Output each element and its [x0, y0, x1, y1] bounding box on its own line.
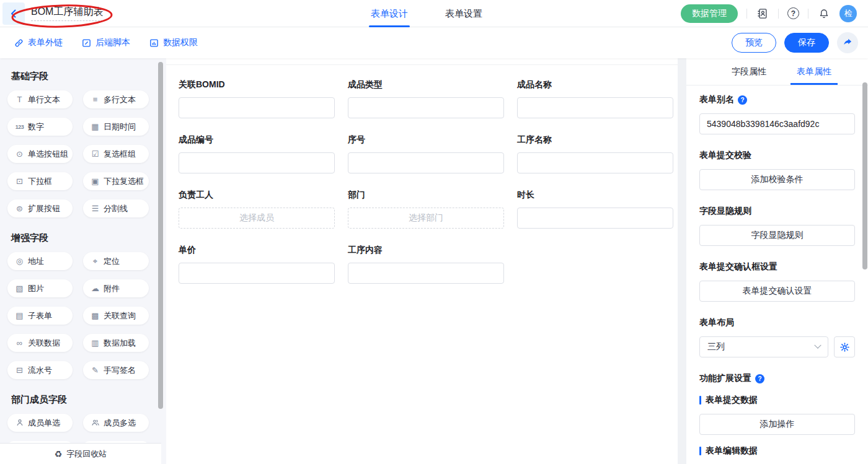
- canvas-field-unit-price[interactable]: 单价: [179, 245, 335, 284]
- canvas-field-product-code[interactable]: 成品编号: [179, 134, 335, 173]
- header-right: 数据管理 ? 检: [681, 4, 868, 23]
- address-pin-icon: ◎: [14, 256, 25, 266]
- field-item-relation-query[interactable]: ▩关联查询: [83, 307, 149, 325]
- share-button[interactable]: [837, 32, 858, 53]
- bell-icon[interactable]: [817, 7, 831, 20]
- field-item-data-load[interactable]: ▥数据加载: [83, 334, 149, 352]
- field-item-relation-data[interactable]: ∞关联数据: [7, 334, 73, 352]
- relation-data-icon: ∞: [14, 338, 25, 348]
- canvas-field-process-name[interactable]: 工序名称: [517, 134, 673, 173]
- sidebar-scrollbar[interactable]: [158, 62, 163, 409]
- header-tabs: 表单设计 表单设置: [371, 0, 482, 27]
- department-picker[interactable]: 选择部门: [348, 208, 504, 229]
- field-item-checkbox-group[interactable]: ☑复选框组: [83, 145, 149, 163]
- field-item-radio-group[interactable]: ⊙单选按钮组: [7, 145, 73, 163]
- panel-tabs: 字段属性 表单属性: [686, 58, 868, 85]
- field-item-serial-number[interactable]: ⊟流水号: [7, 361, 73, 379]
- field-item-subform[interactable]: ▤子表单: [7, 307, 73, 325]
- person-icon: [14, 418, 25, 427]
- section-basic-fields: 基础字段: [11, 71, 166, 82]
- help-badge-icon[interactable]: ?: [755, 374, 764, 383]
- canvas-field-bomid[interactable]: 关联BOMID: [179, 79, 335, 118]
- field-visibility-section: 字段显隐规则 字段显隐规则: [699, 206, 855, 246]
- layout-select[interactable]: 三列: [699, 336, 828, 357]
- text-input[interactable]: [348, 152, 504, 173]
- extend-button-icon: ⊜: [14, 204, 25, 213]
- canvas-field-process-content[interactable]: 工序内容: [348, 245, 504, 284]
- recycle-label: 字段回收站: [66, 449, 107, 460]
- add-validation-button[interactable]: 添加校验条件: [699, 169, 855, 190]
- layout-settings-button[interactable]: [834, 336, 855, 357]
- divider: [778, 9, 779, 19]
- add-submit-action-button[interactable]: 添加操作: [699, 414, 855, 435]
- member-picker[interactable]: 选择成员: [179, 208, 335, 229]
- canvas-field-department[interactable]: 部门 选择部门: [348, 190, 504, 229]
- field-item-address[interactable]: ◎地址: [7, 252, 73, 270]
- field-item-multi-line-text[interactable]: ≡多行文本: [83, 90, 149, 108]
- address-book-icon[interactable]: [756, 7, 769, 20]
- canvas-field-sequence-no[interactable]: 序号: [348, 134, 504, 173]
- help-badge-icon[interactable]: ?: [738, 95, 747, 105]
- data-manage-button[interactable]: 数据管理: [681, 4, 738, 23]
- text-input[interactable]: [517, 208, 673, 229]
- field-item-extend-button[interactable]: ⊜扩展按钮: [7, 199, 73, 217]
- recycle-icon: ♻: [55, 449, 63, 459]
- canvas-field-product-type[interactable]: 成品类型: [348, 79, 504, 118]
- field-item-multi-select[interactable]: ▣下拉复选框: [83, 172, 149, 190]
- chevron-down-icon: [814, 342, 821, 349]
- text-input[interactable]: [348, 263, 504, 284]
- single-line-text-icon: T: [14, 95, 25, 104]
- chart-icon: ▥: [90, 338, 100, 348]
- submit-validation-section: 表单提交校验 添加校验条件: [699, 150, 855, 190]
- text-input[interactable]: [179, 97, 335, 118]
- share-arrow-icon: [842, 37, 853, 48]
- visibility-rules-button[interactable]: 字段显隐规则: [699, 225, 855, 246]
- tab-form-settings[interactable]: 表单设置: [445, 0, 482, 27]
- field-item-single-line-text[interactable]: T单行文本: [7, 90, 73, 108]
- divider-icon: ☰: [90, 204, 100, 213]
- help-icon[interactable]: ?: [787, 7, 799, 19]
- field-item-datetime[interactable]: ▦日期时间: [83, 118, 149, 136]
- form-alias-label: 表单别名 ?: [699, 94, 855, 105]
- form-field-grid: 关联BOMID 成品类型 成品名称 成品编号 序号: [166, 58, 678, 300]
- tab-form-properties[interactable]: 表单属性: [797, 58, 831, 85]
- preview-button[interactable]: 预览: [732, 33, 776, 53]
- text-input[interactable]: [179, 263, 335, 284]
- form-title[interactable]: BOM工序辅助表: [31, 6, 103, 21]
- save-button[interactable]: 保存: [784, 33, 829, 53]
- header-left: BOM工序辅助表: [0, 2, 103, 25]
- avatar[interactable]: 检: [839, 5, 857, 22]
- data-permission-action[interactable]: 数据权限: [149, 37, 198, 48]
- field-item-member-single[interactable]: 成员单选: [7, 414, 73, 432]
- backend-script-action[interactable]: 后端脚本: [81, 37, 130, 48]
- external-link-action[interactable]: 表单外链: [14, 37, 63, 48]
- toolbar-right: 预览 保存: [732, 32, 858, 53]
- tab-form-design[interactable]: 表单设计: [371, 0, 408, 27]
- field-item-location[interactable]: ⌖定位: [83, 252, 149, 270]
- submit-confirm-button[interactable]: 表单提交确认设置: [699, 281, 855, 302]
- text-input[interactable]: [179, 152, 335, 173]
- back-button[interactable]: [2, 2, 25, 25]
- form-layout-section: 表单布局 三列: [699, 317, 855, 357]
- field-item-divider[interactable]: ☰分割线: [83, 199, 149, 217]
- field-item-signature[interactable]: ✎手写签名: [83, 361, 149, 379]
- field-item-select[interactable]: ⊡下拉框: [7, 172, 73, 190]
- field-item-number[interactable]: 123数字: [7, 118, 73, 136]
- text-input[interactable]: [517, 97, 673, 118]
- select-icon: ⊡: [14, 177, 25, 186]
- canvas-field-duration[interactable]: 时长: [517, 190, 673, 229]
- text-input[interactable]: [517, 152, 673, 173]
- field-recycle-bin[interactable]: ♻ 字段回收站: [0, 443, 161, 464]
- panel-scrollbar[interactable]: [862, 82, 867, 269]
- form-canvas[interactable]: 关联BOMID 成品类型 成品名称 成品编号 序号: [166, 58, 678, 464]
- canvas-field-product-name[interactable]: 成品名称: [517, 79, 673, 118]
- field-item-image[interactable]: ▧图片: [7, 279, 73, 297]
- field-item-member-multi[interactable]: 成员多选: [83, 414, 149, 432]
- blue-marker: [699, 447, 701, 455]
- tab-field-properties[interactable]: 字段属性: [732, 58, 766, 85]
- form-alias-input[interactable]: [699, 113, 855, 134]
- edit-data-group: 表单编辑数据: [699, 445, 855, 457]
- text-input[interactable]: [348, 97, 504, 118]
- canvas-field-worker[interactable]: 负责工人 选择成员: [179, 190, 335, 229]
- field-item-attachment[interactable]: ☁附件: [83, 279, 149, 297]
